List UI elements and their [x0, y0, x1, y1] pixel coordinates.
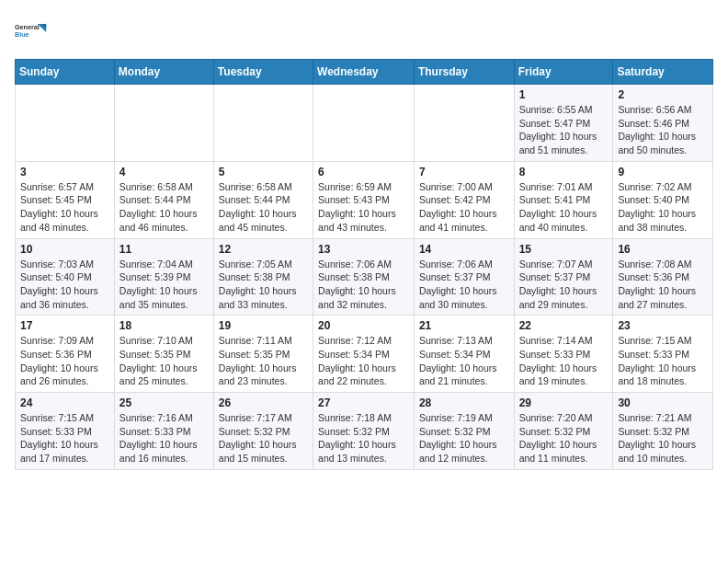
- day-info: Sunrise: 7:21 AM Sunset: 5:32 PM Dayligh…: [618, 411, 708, 465]
- day-info: Sunrise: 6:58 AM Sunset: 5:44 PM Dayligh…: [119, 180, 209, 235]
- day-info: Sunrise: 7:14 AM Sunset: 5:33 PM Dayligh…: [519, 334, 609, 388]
- calendar-cell: 5Sunrise: 6:58 AM Sunset: 5:44 PM Daylig…: [213, 161, 313, 238]
- day-info: Sunrise: 7:01 AM Sunset: 5:41 PM Dayligh…: [519, 180, 609, 235]
- day-number: 5: [219, 166, 308, 178]
- day-number: 16: [618, 243, 708, 256]
- day-number: 11: [119, 243, 209, 256]
- day-number: 7: [419, 166, 509, 178]
- day-info: Sunrise: 7:15 AM Sunset: 5:33 PM Dayligh…: [20, 411, 109, 465]
- day-info: Sunrise: 7:20 AM Sunset: 5:32 PM Dayligh…: [519, 411, 609, 465]
- calendar-cell: [16, 85, 115, 162]
- day-info: Sunrise: 6:59 AM Sunset: 5:43 PM Dayligh…: [318, 180, 409, 235]
- day-number: 21: [419, 319, 509, 332]
- calendar-cell: 7Sunrise: 7:00 AM Sunset: 5:42 PM Daylig…: [414, 161, 514, 238]
- calendar-cell: 3Sunrise: 6:57 AM Sunset: 5:45 PM Daylig…: [16, 161, 115, 238]
- calendar-cell: 8Sunrise: 7:01 AM Sunset: 5:41 PM Daylig…: [514, 161, 613, 238]
- weekday-header-sunday: Sunday: [16, 60, 115, 85]
- day-number: 28: [419, 396, 509, 409]
- day-info: Sunrise: 7:19 AM Sunset: 5:32 PM Dayligh…: [419, 411, 509, 465]
- day-number: 9: [618, 166, 708, 178]
- day-info: Sunrise: 7:03 AM Sunset: 5:40 PM Dayligh…: [20, 258, 109, 312]
- day-number: 12: [219, 243, 308, 256]
- day-number: 2: [618, 88, 708, 101]
- calendar-cell: 30Sunrise: 7:21 AM Sunset: 5:32 PM Dayli…: [613, 393, 713, 470]
- day-info: Sunrise: 7:12 AM Sunset: 5:34 PM Dayligh…: [318, 334, 409, 388]
- weekday-header-tuesday: Tuesday: [213, 60, 313, 85]
- day-number: 18: [119, 319, 209, 332]
- calendar-cell: [414, 85, 514, 162]
- calendar-cell: 29Sunrise: 7:20 AM Sunset: 5:32 PM Dayli…: [514, 393, 613, 470]
- day-info: Sunrise: 7:11 AM Sunset: 5:35 PM Dayligh…: [219, 334, 308, 388]
- day-number: 22: [519, 319, 609, 332]
- calendar-cell: 14Sunrise: 7:06 AM Sunset: 5:37 PM Dayli…: [414, 238, 514, 316]
- calendar-cell: 27Sunrise: 7:18 AM Sunset: 5:32 PM Dayli…: [313, 393, 415, 470]
- day-number: 30: [618, 396, 708, 409]
- day-number: 27: [318, 396, 409, 409]
- calendar-cell: 24Sunrise: 7:15 AM Sunset: 5:33 PM Dayli…: [16, 393, 115, 470]
- day-info: Sunrise: 7:15 AM Sunset: 5:33 PM Dayligh…: [618, 334, 708, 388]
- calendar-cell: [114, 85, 213, 162]
- calendar-cell: 10Sunrise: 7:03 AM Sunset: 5:40 PM Dayli…: [16, 238, 115, 316]
- page-header: GeneralBlue: [15, 15, 713, 48]
- day-number: 4: [119, 166, 209, 178]
- day-number: 6: [318, 166, 409, 178]
- svg-text:Blue: Blue: [15, 30, 29, 39]
- calendar-cell: 26Sunrise: 7:17 AM Sunset: 5:32 PM Dayli…: [213, 393, 313, 470]
- day-info: Sunrise: 7:07 AM Sunset: 5:37 PM Dayligh…: [519, 258, 609, 312]
- day-info: Sunrise: 7:18 AM Sunset: 5:32 PM Dayligh…: [318, 411, 409, 465]
- day-number: 14: [419, 243, 509, 256]
- day-number: 15: [519, 243, 609, 256]
- calendar-week-2: 3Sunrise: 6:57 AM Sunset: 5:45 PM Daylig…: [16, 161, 713, 238]
- weekday-header-thursday: Thursday: [414, 60, 514, 85]
- calendar-cell: 28Sunrise: 7:19 AM Sunset: 5:32 PM Dayli…: [414, 393, 514, 470]
- calendar-cell: 4Sunrise: 6:58 AM Sunset: 5:44 PM Daylig…: [114, 161, 213, 238]
- calendar-cell: 2Sunrise: 6:56 AM Sunset: 5:46 PM Daylig…: [613, 85, 713, 162]
- calendar-week-5: 24Sunrise: 7:15 AM Sunset: 5:33 PM Dayli…: [16, 393, 713, 470]
- weekday-header-friday: Friday: [514, 60, 613, 85]
- day-info: Sunrise: 7:04 AM Sunset: 5:39 PM Dayligh…: [119, 258, 209, 312]
- day-info: Sunrise: 6:58 AM Sunset: 5:44 PM Dayligh…: [219, 180, 308, 235]
- calendar-table: SundayMondayTuesdayWednesdayThursdayFrid…: [15, 59, 713, 470]
- day-number: 8: [519, 166, 609, 178]
- day-number: 24: [20, 396, 109, 409]
- day-info: Sunrise: 7:00 AM Sunset: 5:42 PM Dayligh…: [419, 180, 509, 235]
- day-info: Sunrise: 7:06 AM Sunset: 5:38 PM Dayligh…: [318, 258, 409, 312]
- calendar-cell: 6Sunrise: 6:59 AM Sunset: 5:43 PM Daylig…: [313, 161, 415, 238]
- day-info: Sunrise: 7:05 AM Sunset: 5:38 PM Dayligh…: [219, 258, 308, 312]
- calendar-cell: 18Sunrise: 7:10 AM Sunset: 5:35 PM Dayli…: [114, 316, 213, 393]
- day-info: Sunrise: 7:06 AM Sunset: 5:37 PM Dayligh…: [419, 258, 509, 312]
- day-number: 25: [119, 396, 209, 409]
- calendar-cell: [313, 85, 415, 162]
- calendar-cell: 9Sunrise: 7:02 AM Sunset: 5:40 PM Daylig…: [613, 161, 713, 238]
- day-number: 17: [20, 319, 109, 332]
- day-info: Sunrise: 7:17 AM Sunset: 5:32 PM Dayligh…: [219, 411, 308, 465]
- day-number: 1: [519, 88, 609, 101]
- day-number: 10: [20, 243, 109, 256]
- logo: GeneralBlue: [15, 15, 48, 48]
- calendar-cell: [213, 85, 313, 162]
- calendar-body: 1Sunrise: 6:55 AM Sunset: 5:47 PM Daylig…: [16, 85, 713, 470]
- weekday-header-wednesday: Wednesday: [313, 60, 415, 85]
- calendar-week-3: 10Sunrise: 7:03 AM Sunset: 5:40 PM Dayli…: [16, 238, 713, 316]
- weekday-header-saturday: Saturday: [613, 60, 713, 85]
- day-info: Sunrise: 7:08 AM Sunset: 5:36 PM Dayligh…: [618, 258, 708, 312]
- logo-icon: GeneralBlue: [15, 15, 48, 48]
- day-number: 19: [219, 319, 308, 332]
- weekday-header-row: SundayMondayTuesdayWednesdayThursdayFrid…: [16, 60, 713, 85]
- calendar-cell: 23Sunrise: 7:15 AM Sunset: 5:33 PM Dayli…: [613, 316, 713, 393]
- calendar-cell: 1Sunrise: 6:55 AM Sunset: 5:47 PM Daylig…: [514, 85, 613, 162]
- calendar-cell: 17Sunrise: 7:09 AM Sunset: 5:36 PM Dayli…: [16, 316, 115, 393]
- day-info: Sunrise: 6:55 AM Sunset: 5:47 PM Dayligh…: [519, 103, 609, 157]
- day-info: Sunrise: 7:09 AM Sunset: 5:36 PM Dayligh…: [20, 334, 109, 388]
- calendar-cell: 25Sunrise: 7:16 AM Sunset: 5:33 PM Dayli…: [114, 393, 213, 470]
- calendar-cell: 12Sunrise: 7:05 AM Sunset: 5:38 PM Dayli…: [213, 238, 313, 316]
- calendar-week-1: 1Sunrise: 6:55 AM Sunset: 5:47 PM Daylig…: [16, 85, 713, 162]
- day-number: 29: [519, 396, 609, 409]
- calendar-cell: 20Sunrise: 7:12 AM Sunset: 5:34 PM Dayli…: [313, 316, 415, 393]
- day-info: Sunrise: 6:56 AM Sunset: 5:46 PM Dayligh…: [618, 103, 708, 157]
- svg-text:General: General: [15, 23, 40, 31]
- calendar-cell: 16Sunrise: 7:08 AM Sunset: 5:36 PM Dayli…: [613, 238, 713, 316]
- day-number: 20: [318, 319, 409, 332]
- day-info: Sunrise: 6:57 AM Sunset: 5:45 PM Dayligh…: [20, 180, 109, 235]
- calendar-cell: 22Sunrise: 7:14 AM Sunset: 5:33 PM Dayli…: [514, 316, 613, 393]
